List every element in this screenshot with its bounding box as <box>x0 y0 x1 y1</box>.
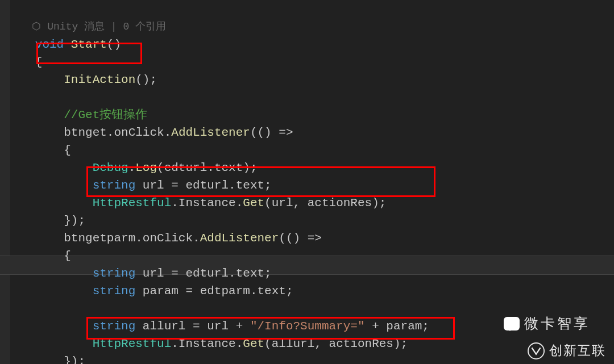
code-editor: ⬡ Unity 消息 | 0 个引用 void Start() { InitAc… <box>0 0 614 364</box>
watermark-text: 微卡智享 <box>524 314 590 333</box>
logo-icon <box>528 342 545 359</box>
watermark-brand: 微卡智享 <box>504 314 590 333</box>
svg-point-0 <box>528 342 544 358</box>
annotation-box <box>86 317 455 340</box>
watermark-brand: 创新互联 <box>528 342 606 359</box>
code-lens[interactable]: ⬡ Unity 消息 | 0 个引用 <box>14 21 166 32</box>
comment: //Get按钮操作 <box>64 108 147 122</box>
annotation-box <box>36 43 142 64</box>
gutter <box>0 0 10 364</box>
call: InitAction <box>64 73 135 86</box>
annotation-box <box>86 166 435 197</box>
watermark-text: 创新互联 <box>549 342 606 359</box>
chat-icon <box>504 317 520 330</box>
